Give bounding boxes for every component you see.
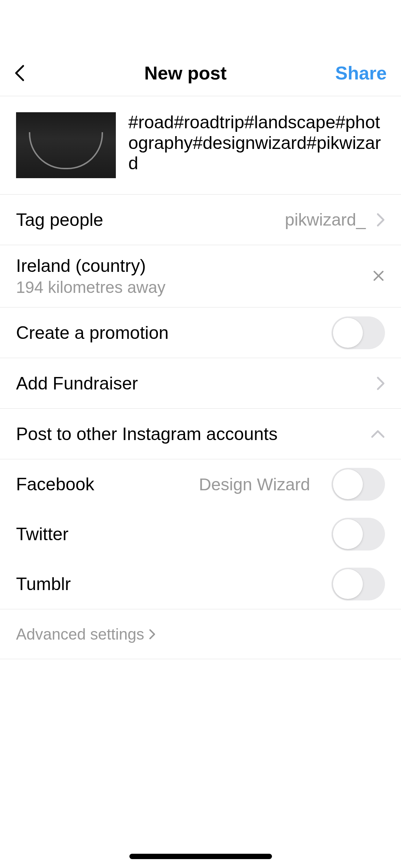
advanced-settings-row[interactable]: Advanced settings — [0, 609, 401, 659]
facebook-label: Facebook — [16, 474, 94, 495]
chevron-right-icon — [376, 213, 385, 227]
close-icon — [372, 269, 385, 282]
chevron-left-icon — [14, 64, 25, 82]
facebook-account: Design Wizard — [199, 475, 310, 494]
location-distance: 194 kilometres away — [16, 278, 165, 297]
chevron-right-icon — [376, 376, 385, 391]
promotion-row: Create a promotion — [0, 308, 401, 358]
other-accounts-label: Post to other Instagram accounts — [16, 424, 278, 444]
tumblr-label: Tumblr — [16, 574, 71, 594]
remove-location-button[interactable] — [372, 267, 385, 286]
post-thumbnail[interactable] — [16, 112, 116, 178]
tumblr-row: Tumblr — [0, 559, 401, 609]
facebook-row: Facebook Design Wizard — [0, 459, 401, 509]
tumblr-toggle[interactable] — [331, 568, 385, 600]
facebook-toggle[interactable] — [331, 468, 385, 501]
tag-people-value: pikwizard_ — [285, 210, 366, 229]
twitter-row: Twitter — [0, 509, 401, 559]
promotion-toggle[interactable] — [331, 316, 385, 349]
twitter-label: Twitter — [16, 524, 68, 544]
caption-text[interactable]: #road#roadtrip#landscape#photography#des… — [128, 112, 385, 178]
promotion-label: Create a promotion — [16, 322, 169, 343]
other-accounts-row[interactable]: Post to other Instagram accounts — [0, 409, 401, 459]
chevron-up-icon — [371, 430, 385, 438]
status-bar — [0, 0, 401, 50]
location-row[interactable]: Ireland (country) 194 kilometres away — [0, 245, 401, 308]
fundraiser-label: Add Fundraiser — [16, 373, 138, 394]
caption-row[interactable]: #road#roadtrip#landscape#photography#des… — [0, 96, 401, 195]
fundraiser-row[interactable]: Add Fundraiser — [0, 358, 401, 409]
tag-people-label: Tag people — [16, 210, 103, 230]
page-title: New post — [36, 62, 335, 84]
back-button[interactable] — [14, 64, 36, 82]
chevron-right-icon — [149, 629, 156, 640]
twitter-toggle[interactable] — [331, 518, 385, 551]
tag-people-row[interactable]: Tag people pikwizard_ — [0, 195, 401, 245]
advanced-settings-label: Advanced settings — [16, 625, 144, 643]
location-name: Ireland (country) — [16, 255, 165, 276]
share-button[interactable]: Share — [335, 62, 387, 84]
home-indicator[interactable] — [129, 854, 272, 859]
header: New post Share — [0, 50, 401, 96]
